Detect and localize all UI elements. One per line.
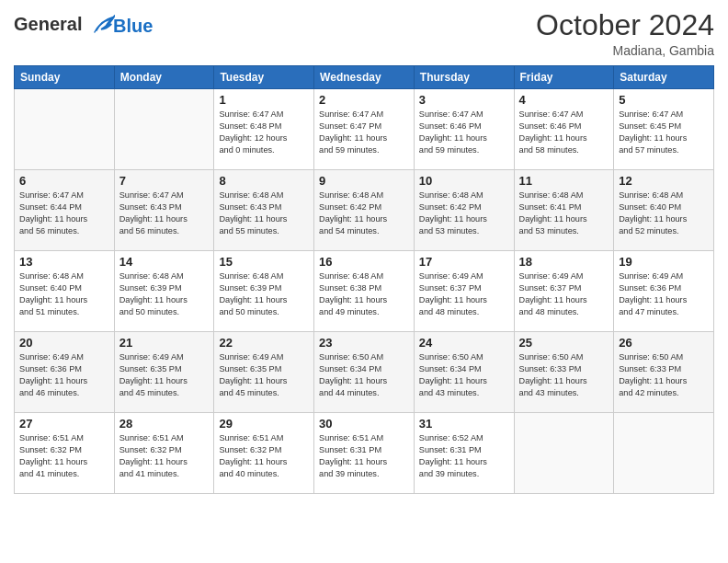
day-info: Sunrise: 6:47 AM Sunset: 6:45 PM Dayligh… [619, 109, 709, 156]
day-info: Sunrise: 6:48 AM Sunset: 6:43 PM Dayligh… [219, 190, 309, 237]
calendar-cell: 14Sunrise: 6:48 AM Sunset: 6:39 PM Dayli… [114, 251, 214, 332]
day-number: 26 [619, 336, 709, 350]
day-info: Sunrise: 6:49 AM Sunset: 6:36 PM Dayligh… [619, 270, 709, 318]
day-header-friday: Friday [514, 66, 614, 89]
calendar-cell: 13Sunrise: 6:48 AM Sunset: 6:40 PM Dayli… [15, 251, 115, 332]
day-number: 23 [319, 336, 409, 350]
calendar-cell: 12Sunrise: 6:48 AM Sunset: 6:40 PM Dayli… [614, 170, 714, 251]
calendar-cell [514, 413, 614, 494]
title-block: October 2024 Madiana, Gambia [536, 9, 714, 58]
logo: General Blue [14, 13, 153, 39]
day-info: Sunrise: 6:51 AM Sunset: 6:31 PM Dayligh… [319, 432, 409, 480]
day-number: 9 [319, 174, 409, 188]
calendar-cell: 23Sunrise: 6:50 AM Sunset: 6:34 PM Dayli… [314, 332, 415, 413]
calendar-cell: 18Sunrise: 6:49 AM Sunset: 6:37 PM Dayli… [514, 251, 614, 332]
calendar-week-2: 6Sunrise: 6:47 AM Sunset: 6:44 PM Daylig… [15, 170, 714, 251]
logo-bird-icon [89, 13, 115, 39]
day-info: Sunrise: 6:48 AM Sunset: 6:40 PM Dayligh… [19, 270, 109, 318]
day-info: Sunrise: 6:50 AM Sunset: 6:33 PM Dayligh… [619, 351, 709, 399]
day-number: 29 [219, 417, 309, 431]
day-number: 19 [619, 255, 709, 269]
day-info: Sunrise: 6:48 AM Sunset: 6:38 PM Dayligh… [319, 270, 409, 318]
day-info: Sunrise: 6:50 AM Sunset: 6:33 PM Dayligh… [519, 351, 609, 399]
calendar-cell: 24Sunrise: 6:50 AM Sunset: 6:34 PM Dayli… [414, 332, 514, 413]
day-number: 24 [419, 336, 509, 350]
day-number: 3 [419, 93, 509, 107]
calendar-cell: 2Sunrise: 6:47 AM Sunset: 6:47 PM Daylig… [314, 89, 415, 170]
day-number: 21 [119, 336, 210, 350]
calendar-cell: 26Sunrise: 6:50 AM Sunset: 6:33 PM Dayli… [614, 332, 714, 413]
calendar-cell: 9Sunrise: 6:48 AM Sunset: 6:42 PM Daylig… [314, 170, 415, 251]
day-number: 8 [219, 174, 309, 188]
day-info: Sunrise: 6:48 AM Sunset: 6:42 PM Dayligh… [419, 190, 509, 237]
calendar-cell: 17Sunrise: 6:49 AM Sunset: 6:37 PM Dayli… [414, 251, 514, 332]
day-header-tuesday: Tuesday [214, 66, 314, 89]
calendar-cell: 27Sunrise: 6:51 AM Sunset: 6:32 PM Dayli… [15, 413, 115, 494]
header: General Blue October 2024 Madiana, Gambi… [14, 9, 714, 58]
day-info: Sunrise: 6:49 AM Sunset: 6:37 PM Dayligh… [519, 270, 609, 318]
day-number: 30 [319, 417, 409, 431]
calendar-cell: 21Sunrise: 6:49 AM Sunset: 6:35 PM Dayli… [114, 332, 214, 413]
day-number: 4 [519, 93, 609, 107]
calendar-cell: 6Sunrise: 6:47 AM Sunset: 6:44 PM Daylig… [15, 170, 115, 251]
day-number: 20 [19, 336, 109, 350]
calendar-cell: 5Sunrise: 6:47 AM Sunset: 6:45 PM Daylig… [614, 89, 714, 170]
day-number: 22 [219, 336, 309, 350]
day-number: 11 [519, 174, 609, 188]
day-info: Sunrise: 6:51 AM Sunset: 6:32 PM Dayligh… [119, 432, 210, 480]
day-info: Sunrise: 6:51 AM Sunset: 6:32 PM Dayligh… [19, 432, 109, 480]
day-number: 1 [219, 93, 309, 107]
day-number: 5 [619, 93, 709, 107]
day-number: 14 [119, 255, 210, 269]
day-info: Sunrise: 6:48 AM Sunset: 6:42 PM Dayligh… [319, 190, 409, 237]
calendar-cell: 16Sunrise: 6:48 AM Sunset: 6:38 PM Dayli… [314, 251, 415, 332]
calendar-cell: 25Sunrise: 6:50 AM Sunset: 6:33 PM Dayli… [514, 332, 614, 413]
calendar-cell: 19Sunrise: 6:49 AM Sunset: 6:36 PM Dayli… [614, 251, 714, 332]
calendar-cell: 22Sunrise: 6:49 AM Sunset: 6:35 PM Dayli… [214, 332, 314, 413]
calendar-cell: 8Sunrise: 6:48 AM Sunset: 6:43 PM Daylig… [214, 170, 314, 251]
calendar-cell: 30Sunrise: 6:51 AM Sunset: 6:31 PM Dayli… [314, 413, 415, 494]
calendar-week-4: 20Sunrise: 6:49 AM Sunset: 6:36 PM Dayli… [15, 332, 714, 413]
day-info: Sunrise: 6:48 AM Sunset: 6:39 PM Dayligh… [219, 270, 309, 318]
day-info: Sunrise: 6:51 AM Sunset: 6:32 PM Dayligh… [219, 432, 309, 480]
calendar-header-row: SundayMondayTuesdayWednesdayThursdayFrid… [15, 66, 714, 89]
day-number: 25 [519, 336, 609, 350]
day-info: Sunrise: 6:47 AM Sunset: 6:43 PM Dayligh… [119, 190, 210, 237]
calendar-cell: 11Sunrise: 6:48 AM Sunset: 6:41 PM Dayli… [514, 170, 614, 251]
day-info: Sunrise: 6:49 AM Sunset: 6:35 PM Dayligh… [119, 351, 210, 399]
calendar-cell: 28Sunrise: 6:51 AM Sunset: 6:32 PM Dayli… [114, 413, 214, 494]
day-number: 28 [119, 417, 210, 431]
day-number: 6 [19, 174, 109, 188]
calendar-cell: 10Sunrise: 6:48 AM Sunset: 6:42 PM Dayli… [414, 170, 514, 251]
calendar-cell: 15Sunrise: 6:48 AM Sunset: 6:39 PM Dayli… [214, 251, 314, 332]
day-number: 15 [219, 255, 309, 269]
calendar-cell [114, 89, 214, 170]
calendar-cell [15, 89, 115, 170]
day-number: 27 [19, 417, 109, 431]
day-info: Sunrise: 6:50 AM Sunset: 6:34 PM Dayligh… [419, 351, 509, 399]
logo-text-general: General [14, 14, 82, 34]
day-info: Sunrise: 6:48 AM Sunset: 6:40 PM Dayligh… [619, 190, 709, 237]
day-info: Sunrise: 6:52 AM Sunset: 6:31 PM Dayligh… [419, 432, 509, 480]
day-number: 18 [519, 255, 609, 269]
day-header-wednesday: Wednesday [314, 66, 415, 89]
day-header-monday: Monday [114, 66, 214, 89]
calendar-table: SundayMondayTuesdayWednesdayThursdayFrid… [14, 65, 714, 494]
day-number: 10 [419, 174, 509, 188]
calendar-cell: 31Sunrise: 6:52 AM Sunset: 6:31 PM Dayli… [414, 413, 514, 494]
day-info: Sunrise: 6:47 AM Sunset: 6:44 PM Dayligh… [19, 190, 109, 237]
day-number: 2 [319, 93, 409, 107]
calendar-week-5: 27Sunrise: 6:51 AM Sunset: 6:32 PM Dayli… [15, 413, 714, 494]
calendar-cell: 29Sunrise: 6:51 AM Sunset: 6:32 PM Dayli… [214, 413, 314, 494]
day-info: Sunrise: 6:48 AM Sunset: 6:39 PM Dayligh… [119, 270, 210, 318]
logo-text-blue: Blue [113, 16, 153, 37]
calendar-cell: 20Sunrise: 6:49 AM Sunset: 6:36 PM Dayli… [15, 332, 115, 413]
day-info: Sunrise: 6:47 AM Sunset: 6:46 PM Dayligh… [519, 109, 609, 156]
day-info: Sunrise: 6:48 AM Sunset: 6:41 PM Dayligh… [519, 190, 609, 237]
calendar-cell: 3Sunrise: 6:47 AM Sunset: 6:46 PM Daylig… [414, 89, 514, 170]
day-number: 13 [19, 255, 109, 269]
day-info: Sunrise: 6:49 AM Sunset: 6:37 PM Dayligh… [419, 270, 509, 318]
day-info: Sunrise: 6:49 AM Sunset: 6:36 PM Dayligh… [19, 351, 109, 399]
day-number: 17 [419, 255, 509, 269]
day-header-sunday: Sunday [15, 66, 115, 89]
